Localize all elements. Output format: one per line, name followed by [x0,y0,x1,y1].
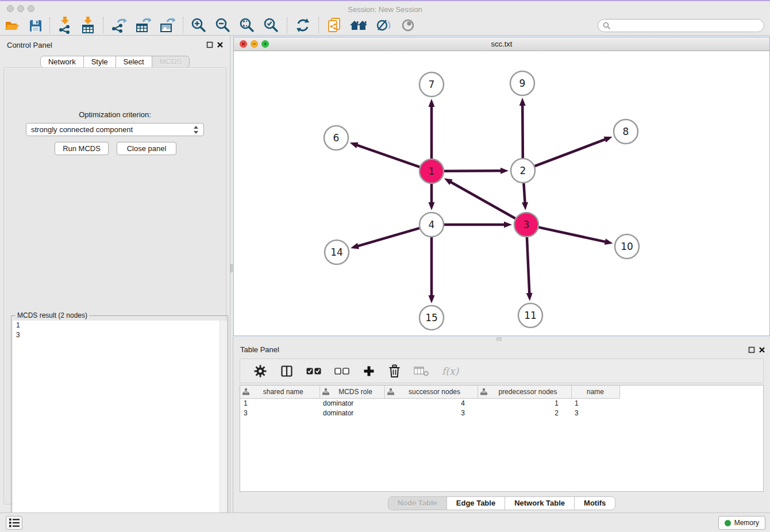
mcds-result-item[interactable]: 1 [13,321,226,330]
save-session-button[interactable] [24,16,46,34]
graph-edge-3-10[interactable] [538,228,613,245]
close-panel-button[interactable]: Close panel [117,142,176,155]
graph-edge-4-15[interactable] [429,237,435,303]
graph-edge-1-2[interactable] [444,168,509,174]
graph-node-4[interactable]: 4 [419,213,444,237]
graph-edge-2-8[interactable] [535,137,613,166]
column-header-name[interactable]: name [571,385,619,398]
import-table-button[interactable] [76,16,99,34]
graph-node-15[interactable]: 15 [419,306,444,330]
memory-button[interactable]: Memory [718,516,765,530]
tab-mcds[interactable]: MCDS [152,56,190,68]
column-header-successor-nodes[interactable]: successor nodes [384,385,478,398]
table-cell[interactable]: 1 [478,398,571,408]
open-session-button[interactable] [0,16,24,34]
search-field[interactable] [598,19,764,32]
panel-splitter-handle[interactable] [230,264,233,272]
delete-column-button[interactable] [382,364,407,378]
table-cell[interactable]: dominator [319,398,384,408]
deselect-all-columns-button[interactable] [328,367,356,376]
graph-edge-4-14[interactable] [351,228,419,249]
save-floppy-icon [28,18,42,32]
float-panel-icon[interactable] [206,41,213,48]
refresh-icon [295,17,311,33]
zoom-in-button[interactable] [187,16,211,34]
close-table-panel-icon[interactable] [759,346,765,353]
import-network-button[interactable] [53,16,76,34]
network-window-titlebar[interactable]: scc.txt [234,37,769,51]
column-header-label: successor nodes [394,388,475,396]
import-table-icon [80,17,95,34]
mcds-result-scrollbar[interactable] [220,321,226,532]
hide-selected-button[interactable] [372,16,396,34]
graph-node-9[interactable]: 9 [510,71,534,95]
tab-node-table[interactable]: Node Table [388,496,447,510]
float-table-panel-icon[interactable] [748,346,755,353]
graph-edge-2-9[interactable] [519,98,526,158]
graph-node-11[interactable]: 11 [518,303,542,327]
graph-node-14[interactable]: 14 [325,240,349,264]
graph-edge-3-1[interactable] [444,178,515,218]
task-history-button[interactable] [6,516,22,530]
tab-network[interactable]: Network [40,56,84,68]
graph-edge-2-3[interactable] [522,183,528,210]
svg-text:14: 14 [330,246,343,258]
show-column-panel-button[interactable] [274,364,300,378]
tab-motifs[interactable]: Motifs [574,496,615,510]
export-table-button[interactable] [131,16,155,34]
table-cell[interactable]: 2 [478,408,571,418]
table-cell[interactable]: 3 [571,408,619,418]
select-all-columns-button[interactable] [300,367,328,376]
column-header-MCDS-role[interactable]: MCDS role [319,385,384,398]
run-mcds-button[interactable]: Run MCDS [55,142,109,155]
tab-network-table[interactable]: Network Table [505,496,575,510]
tab-edge-table[interactable]: Edge Table [446,496,505,510]
network-view-window: scc.txt 7968124314101511 [233,37,770,336]
graph-edge-4-3[interactable] [444,222,512,228]
table-cell[interactable]: 1 [571,398,619,408]
tab-style[interactable]: Style [83,56,116,68]
column-header-shared-name[interactable]: shared name [240,385,319,398]
table-settings-button[interactable] [247,364,274,378]
search-input[interactable] [614,22,759,30]
show-eye-button[interactable] [396,16,420,34]
home-layout-button[interactable] [345,16,372,34]
table-header-row: shared nameMCDS rolesuccessor nodesprede… [240,385,763,398]
table-panel: Table Panel [233,342,770,512]
refresh-button[interactable] [291,16,315,34]
graph-node-8[interactable]: 8 [614,119,638,144]
close-panel-icon[interactable] [217,41,224,48]
graph-edge-3-11[interactable] [526,237,533,301]
table-row[interactable]: 3dominator323 [240,408,763,418]
table-cell[interactable]: 4 [384,398,478,408]
graph-edge-1-6[interactable] [350,142,420,167]
table-row[interactable]: 1dominator411 [240,398,763,408]
create-column-button[interactable] [356,365,382,377]
table-cell[interactable]: dominator [319,408,384,418]
network-canvas[interactable]: 7968124314101511 [234,51,769,336]
zoom-out-button[interactable] [211,16,235,34]
graph-node-10[interactable]: 10 [615,234,639,259]
zoom-fit-button[interactable] [235,16,259,34]
optimization-criterion-dropdown[interactable]: strongly connected component [26,123,204,136]
graph-node-3[interactable]: 3 [514,213,538,237]
graph-node-6[interactable]: 6 [324,126,348,150]
network-table-splitter-handle[interactable] [496,337,502,341]
table-cell[interactable]: 3 [384,408,478,418]
graph-edge-1-4[interactable] [429,184,435,210]
graph-edge-1-7[interactable] [429,99,435,159]
new-network-from-selection-button[interactable] [322,16,345,34]
mcds-result-item[interactable]: 3 [13,330,226,340]
table-cell[interactable]: 1 [240,398,319,408]
graph-node-1[interactable]: 1 [419,159,444,183]
column-header-predecessor-nodes[interactable]: predecessor nodes [478,385,571,398]
graph-node-7[interactable]: 7 [419,72,444,97]
export-network-button[interactable] [107,16,131,34]
svg-text:9: 9 [519,78,526,89]
export-image-button[interactable] [155,16,179,34]
graph-node-2[interactable]: 2 [511,159,535,183]
mcds-result-list[interactable]: 13 [13,321,226,532]
tab-select[interactable]: Select [116,56,152,68]
zoom-selected-button[interactable] [259,16,283,34]
table-cell[interactable]: 3 [240,408,319,418]
